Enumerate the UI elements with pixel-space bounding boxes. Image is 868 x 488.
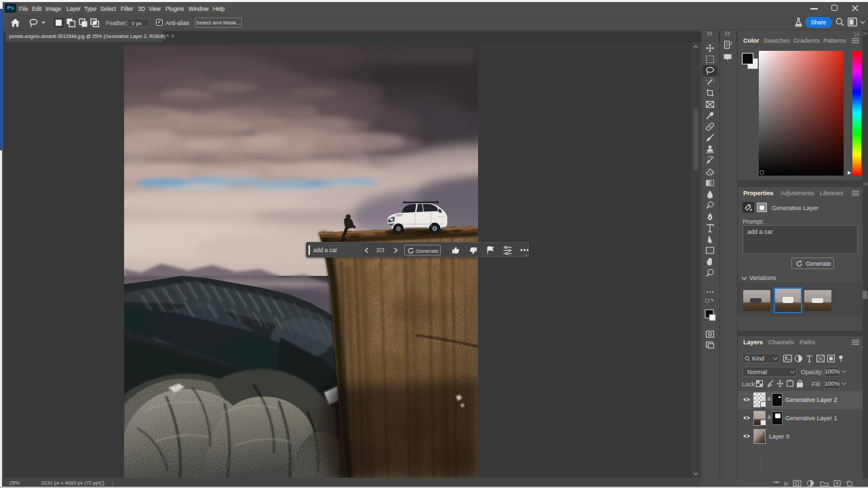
svg-text:fx: fx bbox=[784, 480, 789, 487]
